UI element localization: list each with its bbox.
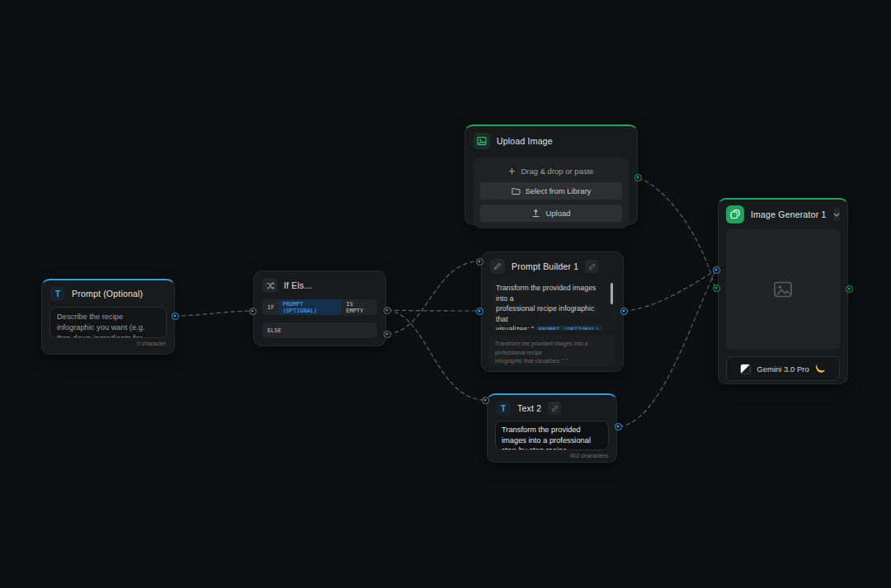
prompt-builder-textarea[interactable]: Transform the provided images into a pro… — [489, 279, 615, 330]
if-condition-row[interactable]: IF PROMPT (OPTIONAL) IS EMPTY — [262, 299, 377, 315]
image-generator-node-header: Image Generator 1 — [719, 200, 847, 229]
operator-label: IS EMPTY — [346, 301, 372, 314]
edge-if-to-text2-enable — [388, 310, 483, 400]
upload-label: Upload — [545, 209, 570, 218]
ifelse-input-port[interactable] — [249, 308, 257, 315]
if-else-node[interactable]: If Els… IF PROMPT (OPTIONAL) IS EMPTY EL… — [253, 270, 386, 346]
text-2-node[interactable]: T Text 2 Transform the provided images i… — [487, 393, 617, 463]
edge-if-to-promptbuilder-input — [388, 310, 478, 311]
upload-image-node[interactable]: Upload Image Drag & drop or paste Select… — [464, 125, 638, 225]
condition-variable-pill[interactable]: PROMPT (OPTIONAL) — [279, 299, 341, 315]
node-title: If Els… — [284, 280, 313, 290]
upload-image-node-header: Upload Image — [465, 126, 637, 156]
folder-icon — [512, 187, 521, 195]
scrollbar-thumb[interactable] — [610, 283, 614, 304]
text-2-node-header: T Text 2 — [488, 395, 616, 421]
promptbuilder-enable-port[interactable] — [476, 258, 483, 266]
upload-button[interactable]: Upload — [480, 205, 622, 222]
prompt-node-header: T Prompt (Optional) — [42, 280, 174, 307]
text-type-icon: T — [496, 401, 511, 416]
prompt-placeholder: Describe the recipe infographic you want… — [50, 308, 166, 338]
prompt-textarea[interactable]: Describe the recipe infographic you want… — [50, 307, 167, 338]
else-label: ELSE — [267, 327, 281, 334]
node-title: Upload Image — [497, 136, 553, 146]
if-else-node-header: If Els… — [254, 271, 385, 299]
chevron-down-icon[interactable] — [833, 207, 840, 222]
dropzone-label-row: Drag & drop or paste — [480, 164, 622, 177]
text-2-content: Transform the provided images into a pro… — [502, 426, 591, 450]
prompt-variable-token[interactable]: PROMPT (OPTIONAL) — [536, 326, 602, 330]
pb-line-3: visualizes: " PROMPT (OPTIONAL) ." — [496, 324, 607, 330]
text2-enable-port[interactable] — [482, 397, 489, 404]
else-row[interactable]: ELSE — [262, 322, 377, 338]
ifelse-else-output-port[interactable] — [384, 331, 391, 338]
prompt-builder-node[interactable]: Prompt Builder 1 Transform the provided … — [481, 252, 624, 372]
upload-output-port[interactable] — [634, 174, 642, 181]
select-from-library-button[interactable]: Select from Library — [480, 182, 622, 200]
node-title: Prompt (Optional) — [72, 289, 143, 299]
dropzone-label: Drag & drop or paste — [521, 167, 593, 176]
branch-icon — [262, 278, 277, 293]
edge-prompt-to-ifelse — [175, 311, 252, 316]
text-2-textarea[interactable]: Transform the provided images into a pro… — [495, 421, 609, 450]
link-icon[interactable] — [585, 260, 598, 273]
ifelse-if-output-port[interactable] — [384, 307, 391, 314]
imagegen-output-port[interactable] — [846, 285, 853, 293]
pb-line-2: professional recipe infographic that — [496, 303, 607, 324]
image-placeholder-icon — [773, 280, 793, 299]
banana-icon — [815, 364, 826, 374]
prompt-optional-node[interactable]: T Prompt (Optional) Describe the recipe … — [41, 279, 175, 355]
link-icon[interactable] — [548, 402, 561, 415]
text-type-icon: T — [50, 286, 65, 301]
imagegen-image-input-port[interactable] — [713, 285, 720, 292]
workflow-canvas[interactable]: Upload Image Drag & drop or paste Select… — [0, 0, 891, 588]
pb-line-1: Transform the provided images into a — [496, 283, 607, 303]
prompt-builder-node-header: Prompt Builder 1 — [482, 252, 623, 279]
character-counter: 0 character — [42, 338, 174, 346]
if-label: IF — [267, 304, 274, 311]
edge-else-to-promptbuilder-enable — [388, 261, 478, 334]
generated-image-placeholder — [726, 229, 840, 350]
prompt-preview: Transform the provided images into a pro… — [489, 336, 615, 366]
promptbuilder-input-port[interactable] — [476, 308, 483, 315]
edge-upload-to-imagegen-image — [639, 178, 714, 286]
edge-text2-to-imagegen-text — [620, 272, 714, 426]
model-label: Gemini 3.0 Pro — [757, 365, 808, 374]
upload-icon — [531, 209, 540, 218]
node-title: Text 2 — [517, 403, 541, 413]
image-generator-icon — [726, 205, 744, 223]
preview-line: Transform the provided images into a pro… — [495, 340, 610, 357]
select-from-library-label: Select from Library — [526, 186, 592, 195]
node-title: Prompt Builder 1 — [512, 261, 578, 271]
node-title: Image Generator 1 — [751, 209, 827, 219]
text2-output-port[interactable] — [615, 423, 622, 430]
edge-promptbuilder-to-imagegen-text — [625, 271, 714, 311]
imagegen-text-input-port[interactable] — [713, 266, 720, 274]
preview-line: infographic that visualizes: "." — [495, 357, 610, 366]
image-upload-icon — [474, 133, 490, 149]
promptbuilder-output-port[interactable] — [620, 308, 628, 315]
image-generator-node[interactable]: Image Generator 1 Gemini 3.0 Pro — [718, 198, 848, 384]
model-selector-button[interactable]: Gemini 3.0 Pro — [726, 356, 840, 381]
character-counter: 402 characters — [488, 450, 616, 459]
plus-icon — [508, 167, 516, 175]
gemini-logo-icon — [740, 364, 751, 374]
prompt-output-port[interactable] — [172, 313, 179, 320]
image-dropzone[interactable]: Drag & drop or paste Select from Library… — [474, 158, 629, 228]
pencil-icon — [490, 259, 505, 274]
